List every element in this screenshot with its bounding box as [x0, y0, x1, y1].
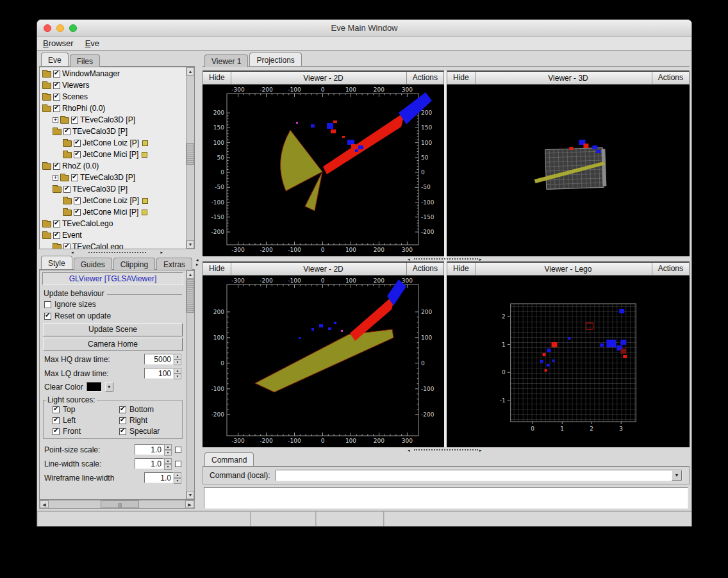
- wireframe-input[interactable]: 1.0: [144, 472, 174, 483]
- tree-checkbox[interactable]: [71, 117, 78, 124]
- menu-browser[interactable]: Browser: [43, 38, 74, 48]
- tree-checkbox[interactable]: [74, 197, 81, 204]
- tree-checkbox[interactable]: [53, 94, 60, 101]
- tree-checkbox[interactable]: [71, 174, 78, 181]
- spin-up-icon[interactable]: ▲: [174, 472, 181, 478]
- spin-down-icon[interactable]: ▼: [174, 478, 181, 484]
- update-scene-button[interactable]: Update Scene: [43, 323, 183, 336]
- tree-checkbox[interactable]: [74, 209, 81, 216]
- tree-checkbox[interactable]: [74, 151, 81, 158]
- zoom-button[interactable]: [69, 24, 77, 32]
- style-tab-style[interactable]: Style: [41, 256, 72, 269]
- light-checkbox[interactable]: [119, 417, 126, 424]
- command-splitter[interactable]: ◂ ▸: [203, 447, 690, 452]
- main-tab-projections[interactable]: Projections: [249, 53, 301, 66]
- expand-icon[interactable]: +: [53, 175, 58, 181]
- spin-up-icon[interactable]: ▲: [174, 354, 181, 359]
- reset-on-update-checkbox[interactable]: [44, 313, 51, 320]
- tree-item[interactable]: TEveCaloLego: [40, 241, 186, 249]
- tree-item[interactable]: RhoPhi (0.0): [40, 103, 186, 114]
- tree-checkbox[interactable]: [74, 140, 81, 147]
- scroll-down-icon[interactable]: ▼: [186, 240, 194, 249]
- tree-item[interactable]: TEveCalo3D [P]: [40, 126, 186, 137]
- viewer-row-splitter[interactable]: ◂ ▸: [203, 256, 690, 261]
- scroll-down-icon[interactable]: ▼: [186, 491, 194, 499]
- glviewer-name[interactable]: GLViewer [TGLSAViewer]: [42, 272, 183, 285]
- sidebar-tab-files[interactable]: Files: [70, 54, 100, 67]
- main-tab-viewer-1[interactable]: Viewer 1: [204, 54, 248, 67]
- scrollbar-thumb[interactable]: [186, 143, 194, 165]
- viewer-canvas[interactable]: [447, 85, 690, 256]
- menu-eve[interactable]: Eve: [85, 38, 99, 48]
- point-size-checkbox[interactable]: [175, 447, 181, 453]
- scroll-left-icon[interactable]: ◀: [40, 500, 49, 508]
- scroll-up-icon[interactable]: ▲: [186, 67, 194, 76]
- scroll-up-icon[interactable]: ▲: [186, 270, 194, 279]
- scroll-right-icon[interactable]: ▶: [185, 500, 194, 508]
- tree-item[interactable]: TEveCalo3D [P]: [40, 183, 186, 195]
- gl-hscrollbar[interactable]: ◀ ▶: [39, 500, 195, 509]
- spin-down-icon[interactable]: ▼: [164, 464, 172, 470]
- spin-up-icon[interactable]: ▲: [164, 444, 172, 450]
- dropdown-arrow-icon[interactable]: ▼: [672, 470, 682, 481]
- light-checkbox[interactable]: [119, 406, 126, 413]
- titlebar[interactable]: Eve Main Window: [37, 20, 691, 37]
- panel-splitter[interactable]: ◂▸: [195, 53, 202, 509]
- tree-item[interactable]: TEveCaloLego: [40, 218, 186, 229]
- tree-checkbox[interactable]: [53, 232, 60, 239]
- clear-color-dropdown-icon[interactable]: ▼: [105, 382, 113, 392]
- spin-down-icon[interactable]: ▼: [174, 374, 181, 379]
- light-checkbox[interactable]: [53, 406, 60, 413]
- viewer-canvas[interactable]: -300-300-200-200-100-1000010010020020030…: [203, 85, 444, 256]
- actions-button[interactable]: Actions: [406, 72, 443, 84]
- point-size-input[interactable]: 1.0: [135, 444, 164, 455]
- tree-item[interactable]: Scenes: [40, 91, 186, 103]
- scrollbar-thumb[interactable]: [101, 500, 139, 508]
- viewer-canvas[interactable]: -300-300-200-200-100-1000010010020020030…: [203, 276, 444, 447]
- actions-button[interactable]: Actions: [652, 72, 689, 84]
- command-output[interactable]: [204, 487, 688, 509]
- expand-icon[interactable]: +: [53, 117, 58, 123]
- tree-item[interactable]: WindowManager: [40, 68, 186, 79]
- camera-home-button[interactable]: Camera Home: [43, 338, 183, 351]
- actions-button[interactable]: Actions: [652, 263, 689, 275]
- tree-item[interactable]: +TEveCalo3D [P]: [40, 172, 186, 183]
- tree-checkbox[interactable]: [53, 82, 60, 89]
- tree-item[interactable]: +TEveCalo3D [P]: [40, 114, 186, 126]
- scrollbar-thumb[interactable]: [186, 279, 194, 313]
- tree-checkbox[interactable]: [63, 244, 70, 249]
- spin-up-icon[interactable]: ▲: [174, 368, 181, 374]
- actions-button[interactable]: Actions: [406, 263, 443, 275]
- tree-item[interactable]: JetCone Loiz [P]: [40, 195, 186, 206]
- command-input[interactable]: ▼: [276, 470, 682, 481]
- max-hq-input[interactable]: 5000: [144, 354, 174, 365]
- tree-item[interactable]: JetCone Loiz [P]: [40, 137, 186, 149]
- tree-item[interactable]: RhoZ (0.0): [40, 160, 186, 172]
- spin-up-icon[interactable]: ▲: [164, 458, 172, 464]
- tree-checkbox[interactable]: [63, 186, 70, 193]
- tree-checkbox[interactable]: [53, 220, 60, 227]
- line-width-checkbox[interactable]: [175, 461, 181, 467]
- minimize-button[interactable]: [56, 24, 64, 32]
- tree-item[interactable]: JetCone Mici [P]: [40, 149, 186, 160]
- tree-checkbox[interactable]: [53, 163, 60, 170]
- gl-scrollbar[interactable]: ▲ ▼: [186, 270, 194, 499]
- style-tab-clipping[interactable]: Clipping: [113, 258, 155, 270]
- ignore-sizes-checkbox[interactable]: [44, 301, 51, 308]
- light-checkbox[interactable]: [53, 428, 60, 435]
- tree-item[interactable]: Viewers: [40, 79, 186, 91]
- spin-down-icon[interactable]: ▼: [164, 450, 172, 456]
- viewer-canvas[interactable]: 0123210-1: [447, 276, 690, 447]
- sidebar-tab-eve[interactable]: Eve: [41, 53, 69, 66]
- clear-color-swatch[interactable]: [87, 382, 102, 392]
- sidebar-splitter[interactable]: ◂ ▸: [39, 249, 195, 256]
- tree-scrollbar[interactable]: ▲ ▼: [186, 67, 194, 249]
- max-lq-input[interactable]: 100: [144, 368, 174, 379]
- style-tab-extras[interactable]: Extras: [156, 258, 192, 270]
- tree-checkbox[interactable]: [53, 105, 60, 112]
- close-button[interactable]: [44, 24, 51, 32]
- light-checkbox[interactable]: [119, 428, 126, 435]
- style-tab-guides[interactable]: Guides: [74, 258, 112, 270]
- spin-down-icon[interactable]: ▼: [174, 359, 181, 365]
- tree-checkbox[interactable]: [63, 128, 70, 135]
